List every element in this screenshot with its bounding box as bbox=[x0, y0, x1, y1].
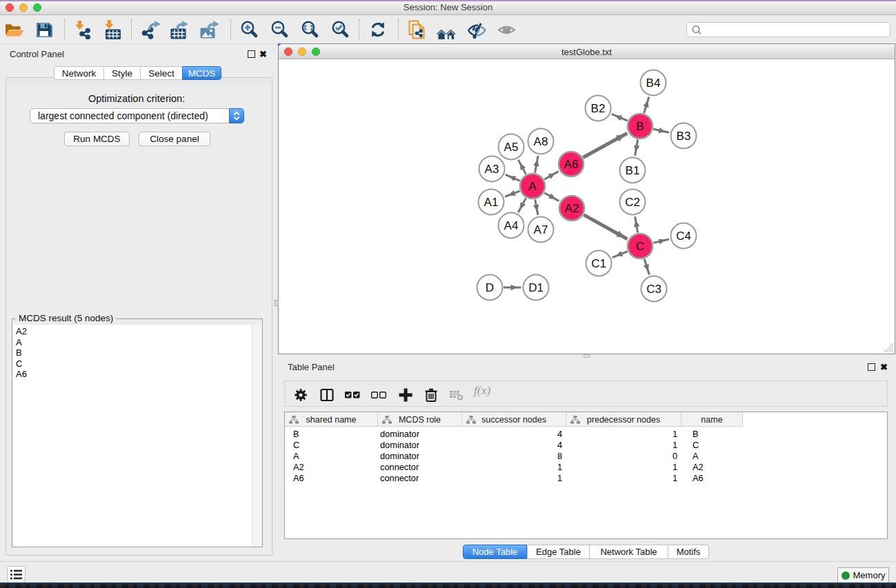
svg-text:C1: C1 bbox=[591, 257, 606, 270]
svg-text:A1: A1 bbox=[484, 196, 499, 209]
svg-text:A3: A3 bbox=[485, 163, 499, 176]
svg-text:D1: D1 bbox=[528, 281, 544, 294]
svg-text:D: D bbox=[486, 281, 494, 294]
svg-text:A6: A6 bbox=[564, 158, 579, 171]
svg-text:C: C bbox=[636, 240, 644, 253]
svg-text:A: A bbox=[528, 180, 537, 193]
svg-text:A5: A5 bbox=[504, 141, 519, 154]
svg-text:B2: B2 bbox=[591, 102, 606, 115]
svg-text:C4: C4 bbox=[676, 230, 691, 243]
svg-text:A7: A7 bbox=[534, 223, 548, 236]
svg-text:B3: B3 bbox=[677, 130, 691, 143]
svg-text:A2: A2 bbox=[565, 202, 579, 215]
svg-text:C3: C3 bbox=[646, 283, 661, 296]
svg-text:A8: A8 bbox=[534, 135, 548, 148]
svg-text:B: B bbox=[636, 120, 644, 133]
svg-text:C2: C2 bbox=[625, 196, 640, 209]
svg-text:A4: A4 bbox=[504, 219, 519, 232]
svg-text:B4: B4 bbox=[646, 77, 661, 90]
svg-text:B1: B1 bbox=[626, 164, 640, 177]
